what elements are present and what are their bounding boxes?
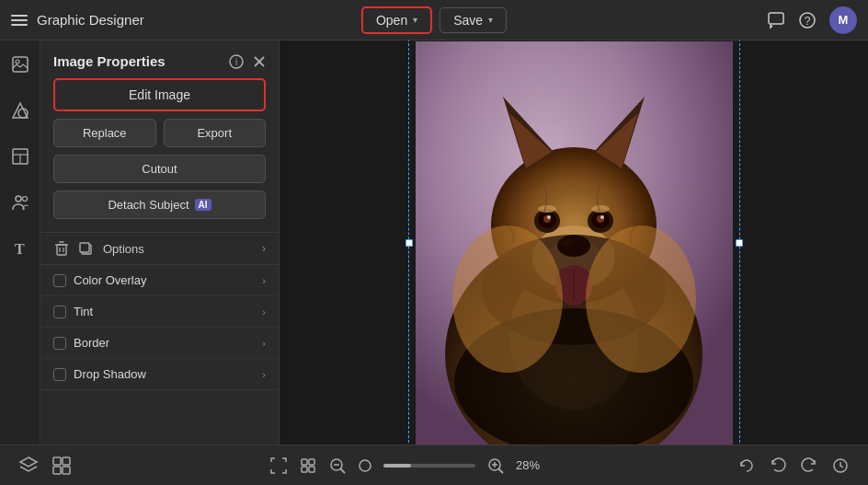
svg-point-43 — [600, 215, 604, 219]
svg-text:?: ? — [805, 15, 811, 28]
svg-marker-5 — [13, 103, 28, 118]
effect-checkbox-1[interactable] — [53, 306, 66, 318]
handle-middle-right[interactable] — [736, 239, 743, 247]
open-label: Open — [376, 13, 407, 28]
sidebar-item-layout[interactable] — [6, 142, 35, 171]
info-button[interactable]: i — [229, 54, 244, 69]
app-title: Graphic Designer — [37, 12, 144, 28]
bottom-right — [737, 456, 850, 475]
svg-rect-0 — [769, 13, 783, 24]
zoom-in-button[interactable] — [486, 456, 505, 475]
image-icon — [11, 55, 29, 74]
ai-badge: AI — [195, 199, 211, 211]
layout-icon — [11, 147, 29, 166]
chat-button[interactable] — [767, 11, 785, 29]
avatar[interactable]: M — [829, 6, 857, 34]
header-right: ? M — [767, 6, 857, 34]
canvas-area[interactable] — [280, 40, 868, 445]
options-chevron-icon: › — [262, 242, 266, 255]
layers-button[interactable] — [18, 456, 39, 476]
zoom-reset-button[interactable] — [358, 458, 372, 473]
effect-chevron-icon-2: › — [262, 338, 266, 349]
chat-icon — [767, 11, 785, 29]
sidebar-item-image[interactable] — [6, 50, 35, 79]
redo-icon — [800, 456, 818, 475]
replace-export-row: Replace Export — [53, 119, 266, 147]
bottom-toolbar: 28% — [0, 445, 868, 485]
effect-row-border[interactable]: Border › — [40, 328, 279, 359]
svg-rect-57 — [302, 459, 307, 465]
info-icon: i — [229, 54, 244, 69]
svg-rect-55 — [53, 467, 61, 474]
sidebar-item-shape[interactable] — [6, 96, 35, 125]
svg-point-11 — [22, 197, 27, 202]
effect-checkbox-2[interactable] — [53, 337, 66, 350]
fit-to-screen-button[interactable] — [269, 456, 288, 475]
svg-rect-53 — [53, 457, 61, 465]
zoom-reset-icon — [358, 458, 372, 473]
rotate-reset-button[interactable] — [737, 456, 756, 475]
zoom-out-icon — [328, 456, 347, 475]
zoom-out-button[interactable] — [328, 456, 347, 475]
svg-point-45 — [591, 205, 610, 213]
svg-point-44 — [538, 205, 556, 213]
cutout-button[interactable]: Cutout — [53, 155, 266, 183]
panel-header: Image Properties i — [40, 40, 279, 78]
save-button[interactable]: Save ▾ — [440, 7, 507, 33]
svg-rect-60 — [309, 467, 314, 472]
zoom-slider-fill — [383, 464, 411, 468]
svg-rect-54 — [63, 457, 70, 465]
history-icon — [831, 456, 850, 475]
sidebar-item-text[interactable]: T — [6, 234, 35, 263]
effect-checkbox-3[interactable] — [53, 368, 66, 381]
effect-label-2: Border — [74, 336, 255, 350]
effect-chevron-icon-0: › — [262, 275, 266, 286]
detach-subject-button[interactable]: Detach Subject AI — [53, 191, 266, 219]
svg-rect-56 — [63, 467, 70, 474]
options-row-icons — [53, 240, 94, 257]
icon-sidebar: T — [0, 40, 40, 445]
bottom-center: 28% — [269, 456, 540, 475]
export-button[interactable]: Export — [164, 119, 267, 147]
sidebar-item-people[interactable] — [6, 188, 35, 217]
svg-point-42 — [547, 215, 551, 219]
main-area: T Image Properties i — [0, 40, 868, 445]
effect-row-drop-shadow[interactable]: Drop Shadow › — [40, 359, 279, 390]
effect-row-color-overlay[interactable]: Color Overlay › — [40, 265, 279, 296]
options-row[interactable]: Options › — [40, 232, 279, 265]
svg-rect-17 — [57, 245, 66, 255]
undo-icon — [769, 456, 787, 475]
undo-button[interactable] — [769, 456, 787, 475]
shape-icon — [11, 101, 29, 120]
dog-image — [416, 41, 733, 445]
svg-point-50 — [452, 225, 563, 373]
svg-text:i: i — [235, 57, 237, 67]
help-button[interactable]: ? — [798, 11, 817, 29]
open-chevron-icon: ▾ — [413, 15, 417, 25]
hamburger-icon — [11, 15, 28, 26]
header: Graphic Designer Open ▾ Save ▾ ? M — [0, 0, 868, 40]
layers-icon — [18, 456, 39, 476]
header-center: Open ▾ Save ▾ — [361, 6, 507, 34]
redo-button[interactable] — [800, 456, 818, 475]
header-left: Graphic Designer — [11, 12, 144, 28]
svg-rect-3 — [13, 57, 28, 72]
close-panel-button[interactable] — [253, 55, 266, 68]
zoom-slider[interactable] — [383, 464, 475, 468]
save-label: Save — [453, 13, 483, 28]
dog-svg — [416, 41, 733, 445]
edit-image-button[interactable]: Edit Image — [53, 78, 266, 111]
fit-icon — [269, 456, 288, 475]
grid-view-button[interactable] — [51, 456, 72, 476]
panel-header-icons: i — [229, 54, 266, 69]
effect-checkbox-0[interactable] — [53, 274, 66, 287]
actual-size-button[interactable] — [299, 456, 317, 475]
open-button[interactable]: Open ▾ — [361, 6, 432, 34]
hamburger-menu-button[interactable] — [11, 15, 28, 26]
svg-rect-58 — [309, 459, 314, 465]
history-button[interactable] — [831, 456, 850, 475]
text-icon: T — [11, 239, 29, 258]
effect-row-tint[interactable]: Tint › — [40, 296, 279, 328]
replace-button[interactable]: Replace — [53, 119, 156, 147]
handle-middle-left[interactable] — [405, 239, 413, 247]
